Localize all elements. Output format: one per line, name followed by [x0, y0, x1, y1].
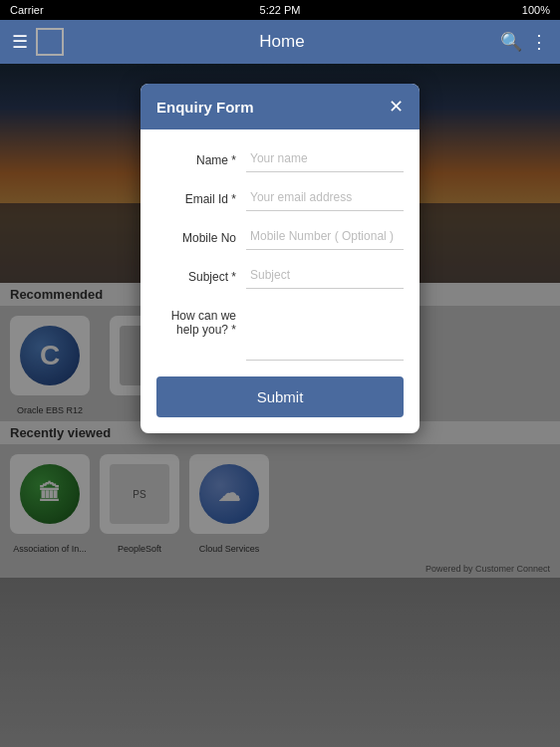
modal-body: Name * Email Id * Mobile No Subject * Ho… [140, 129, 420, 433]
battery-label: 100% [522, 4, 550, 16]
form-row-name: Name * [156, 145, 404, 172]
name-label: Name * [156, 145, 236, 167]
search-icon[interactable]: 🔍 [500, 31, 522, 53]
submit-button[interactable]: Submit [156, 376, 404, 417]
nav-bar-left: ☰ [12, 28, 64, 56]
message-label: How can we help you? * [156, 301, 236, 337]
message-textarea[interactable] [246, 301, 404, 361]
form-row-email: Email Id * [156, 184, 404, 211]
nav-logo [36, 28, 64, 56]
form-row-mobile: Mobile No [156, 223, 404, 250]
mobile-input[interactable] [246, 223, 404, 250]
email-label: Email Id * [156, 184, 236, 206]
form-row-subject: Subject * [156, 262, 404, 289]
enquiry-modal: Enquiry Form ✕ Name * Email Id * Mobile … [140, 84, 420, 433]
email-input[interactable] [246, 184, 404, 211]
more-icon[interactable]: ⋮ [530, 31, 548, 53]
modal-header: Enquiry Form ✕ [140, 84, 420, 129]
modal-title: Enquiry Form [156, 99, 254, 116]
subject-input[interactable] [246, 262, 404, 289]
subject-label: Subject * [156, 262, 236, 284]
nav-bar-right: 🔍 ⋮ [500, 31, 548, 53]
name-input[interactable] [246, 145, 404, 172]
status-bar: Carrier 5:22 PM 100% [0, 0, 560, 20]
modal-overlay: Enquiry Form ✕ Name * Email Id * Mobile … [0, 64, 560, 747]
carrier-label: Carrier [10, 4, 44, 16]
modal-close-button[interactable]: ✕ [389, 96, 404, 118]
mobile-label: Mobile No [156, 223, 236, 245]
form-row-message: How can we help you? * [156, 301, 404, 361]
time-label: 5:22 PM [260, 4, 301, 16]
menu-icon[interactable]: ☰ [12, 31, 28, 53]
nav-bar: ☰ Home 🔍 ⋮ [0, 20, 560, 64]
nav-title: Home [259, 32, 304, 52]
